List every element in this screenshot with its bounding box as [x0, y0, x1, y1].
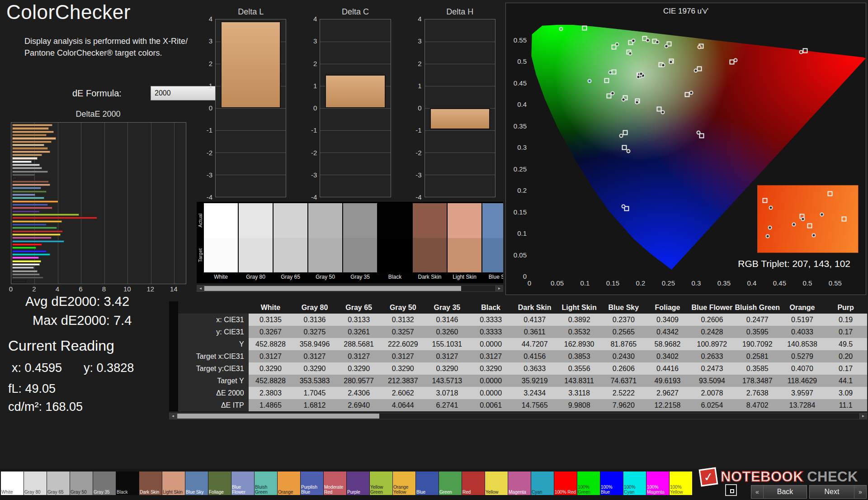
de-bar	[12, 227, 57, 229]
de-bar	[12, 127, 49, 129]
scroll-thumb[interactable]	[204, 286, 461, 291]
window-icon-inner	[730, 489, 734, 493]
scroll-right-arrow[interactable]: ►	[859, 413, 867, 419]
y-tick-label: 4	[209, 15, 212, 23]
y-axis-labels: 43210-1-2-3-4	[203, 19, 213, 197]
patch-swatch-label: Blue Flower	[232, 485, 254, 495]
table-column-header	[178, 301, 249, 314]
table-cell: 14.7565	[513, 399, 557, 411]
patch-swatch-purple[interactable]: Purple	[347, 471, 369, 495]
de-bar	[12, 210, 40, 213]
patch-swatch-blue-flower[interactable]: Blue Flower	[231, 471, 254, 495]
table-cell: 280.9577	[337, 375, 381, 387]
table-cell: 1.7045	[292, 387, 337, 399]
strip-patches	[204, 203, 503, 272]
patch-swatch-100-yellow[interactable]: 100% Yellow	[670, 471, 692, 495]
table-column-header: Gray 35	[425, 301, 469, 314]
patch-swatch-orange[interactable]: Orange	[278, 471, 300, 495]
patch-swatch-light-skin[interactable]: Light Skin	[162, 471, 185, 495]
cie-measured-point	[608, 71, 612, 75]
de-bar-row	[12, 256, 185, 259]
patch-swatch-100-magenta[interactable]: 100% Magenta	[646, 471, 669, 495]
patch-swatch-moderate-red[interactable]: Moderate Red	[324, 471, 346, 495]
table-cell: 0.3290	[469, 362, 513, 375]
patch-swatch-label: Blue Sky	[186, 490, 208, 495]
patch-swatch-100-red[interactable]: 100% Red	[554, 471, 577, 495]
current-x: x: 0.4595	[12, 361, 62, 375]
patch-swatch-100-green[interactable]: 100% Green	[577, 471, 600, 495]
strip-scrollbar[interactable]: ◄►	[197, 285, 503, 292]
patch-swatch-dark-skin[interactable]: Dark Skin	[139, 471, 162, 495]
patch-swatch-gray-35[interactable]: Gray 35	[93, 471, 116, 495]
patch-swatch-blue-sky[interactable]: Blue Sky	[185, 471, 208, 495]
patch-swatch-purplish-blue[interactable]: Purplish Blue	[301, 471, 323, 495]
patch-swatch-gray-65[interactable]: Gray 65	[47, 471, 70, 495]
y-tick-label: 2	[418, 60, 421, 67]
scroll-left-arrow[interactable]: ◄	[197, 286, 204, 291]
gridline	[216, 175, 286, 175]
de-bar	[12, 184, 50, 186]
y-tick-label: -3	[207, 171, 212, 179]
de-bar	[12, 197, 44, 199]
chart-plot-area	[320, 19, 391, 197]
de-bar	[12, 250, 47, 252]
de-bar-row	[12, 127, 185, 130]
strip-patch-names: WhiteGray 80Gray 65Gray 50Gray 35BlackDa…	[204, 274, 503, 282]
avg-de2000: Avg dE2000: 3.42	[25, 294, 129, 309]
back-chevron-icon[interactable]: «	[751, 486, 764, 498]
de-bar	[12, 141, 52, 143]
next-button[interactable]: Next »	[809, 485, 867, 499]
patch-swatch-foliage[interactable]: Foliage	[208, 471, 231, 495]
patch-swatch-magenta[interactable]: Magenta	[508, 471, 531, 495]
patch-swatch-gray-80[interactable]: Gray 80	[24, 471, 47, 495]
patch-swatch-white[interactable]: White	[1, 471, 24, 495]
de-bar	[12, 157, 38, 159]
de-bar-row	[12, 203, 185, 206]
table-cell: 0.2606	[689, 314, 735, 326]
cie-y-tick-label: 0.1	[509, 229, 527, 237]
table-cell: 1.4865	[249, 399, 293, 411]
scroll-right-arrow[interactable]: ►	[495, 286, 503, 291]
table-scrollbar[interactable]: ◄►	[169, 413, 867, 419]
patch-swatch-yellow-green[interactable]: Yellow Green	[370, 471, 392, 495]
de-bar	[12, 276, 43, 279]
table-cell: 1.6812	[292, 399, 337, 411]
patch-swatch-100-blue[interactable]: 100% Blue	[600, 471, 623, 495]
de-bar	[12, 263, 40, 266]
cie-measured-point	[664, 44, 668, 48]
table-cell: 12.2158	[646, 399, 689, 411]
de-bar	[12, 230, 63, 233]
patch-swatch-100-cyan[interactable]: 100% Cyan	[623, 471, 646, 495]
cie-measured-point	[655, 40, 659, 44]
back-button[interactable]: « Back	[751, 485, 807, 499]
de-bar	[12, 167, 42, 169]
table-row-label: ΔE 2000	[178, 387, 249, 399]
measurement-table-wrap: WhiteGray 80Gray 65Gray 50Gray 35BlackDa…	[178, 301, 867, 411]
actual-swatch	[239, 203, 273, 238]
cie-target-purple	[656, 106, 661, 111]
patch-swatch-blue[interactable]: Blue	[416, 471, 439, 495]
table-cell: 0.4070	[780, 362, 825, 375]
table-left-strip	[169, 301, 178, 411]
y-axis-labels: 43210-1-2-3-4	[412, 19, 423, 197]
patch-swatch-red[interactable]: Red	[462, 471, 485, 495]
table-cell: 0.3146	[425, 314, 469, 326]
table-column-header: Gray 80	[292, 301, 337, 314]
gridline	[425, 152, 495, 153]
patch-swatch-gray-50[interactable]: Gray 50	[70, 471, 93, 495]
next-chevron-icon[interactable]: »	[854, 486, 866, 498]
y-tick-label: 1	[418, 82, 421, 90]
patch-swatch-orange-yellow[interactable]: Orange Yellow	[393, 471, 415, 495]
table-cell: 4.0644	[381, 399, 425, 411]
table-row-label: y: CIE31	[178, 326, 249, 338]
cie-measured-point	[635, 100, 639, 105]
patch-swatch-yellow[interactable]: Yellow	[485, 471, 508, 495]
scroll-thumb[interactable]	[177, 414, 379, 419]
patch-swatch-green[interactable]: Green	[439, 471, 462, 495]
patch-swatch-cyan[interactable]: Cyan	[531, 471, 554, 495]
patch-swatch-bluish-green[interactable]: Bluish Green	[255, 471, 277, 495]
y-tick-label: -1	[415, 126, 421, 134]
scroll-left-arrow[interactable]: ◄	[170, 413, 177, 419]
patch-swatch-black[interactable]: Black	[116, 471, 139, 495]
table-cell: 3.0718	[425, 387, 469, 399]
